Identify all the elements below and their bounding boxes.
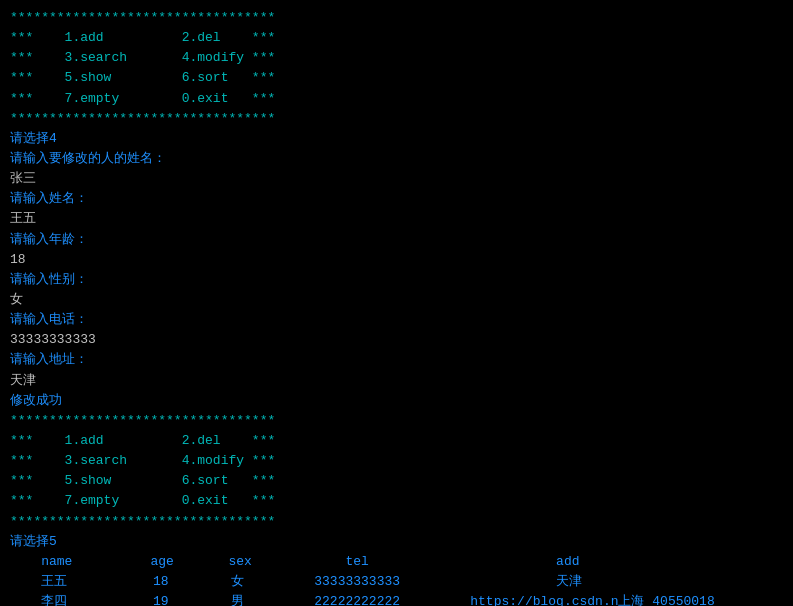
- terminal-line-sep3: **********************************: [10, 411, 783, 431]
- terminal-line-prompt8: 请选择5: [10, 532, 783, 552]
- terminal-line-prompt1: 请选择4: [10, 129, 783, 149]
- terminal-line-input3: 18: [10, 250, 783, 270]
- terminal-line-success: 修改成功: [10, 391, 783, 411]
- terminal-line-menu2-row3: *** 5.show 6.sort ***: [10, 471, 783, 491]
- terminal-line-input5: 33333333333: [10, 330, 783, 350]
- terminal-line-menu2-row1: *** 1.add 2.del ***: [10, 431, 783, 451]
- terminal-line-input6: 天津: [10, 371, 783, 391]
- terminal-line-table-row2: 李四 19 男 22222222222 https://blog.csdn.n上…: [10, 592, 783, 606]
- terminal-line-input4: 女: [10, 290, 783, 310]
- terminal-window: ************************************* 1.…: [0, 0, 793, 606]
- terminal-line-input2: 王五: [10, 209, 783, 229]
- terminal-line-table-row1: 王五 18 女 33333333333 天津: [10, 572, 783, 592]
- terminal-line-menu1-row4: *** 7.empty 0.exit ***: [10, 89, 783, 109]
- terminal-line-input1: 张三: [10, 169, 783, 189]
- terminal-line-prompt3: 请输入姓名：: [10, 189, 783, 209]
- terminal-line-sep4: **********************************: [10, 512, 783, 532]
- terminal-line-prompt6: 请输入电话：: [10, 310, 783, 330]
- terminal-line-sep2: **********************************: [10, 109, 783, 129]
- terminal-line-menu1-row3: *** 5.show 6.sort ***: [10, 68, 783, 88]
- terminal-line-sep1: **********************************: [10, 8, 783, 28]
- terminal-line-prompt2: 请输入要修改的人的姓名：: [10, 149, 783, 169]
- terminal-line-menu1-row2: *** 3.search 4.modify ***: [10, 48, 783, 68]
- output-lines: ************************************* 1.…: [10, 8, 783, 606]
- terminal-line-menu1-row1: *** 1.add 2.del ***: [10, 28, 783, 48]
- terminal-line-table-header: name age sex tel add: [10, 552, 783, 572]
- terminal-line-prompt5: 请输入性别：: [10, 270, 783, 290]
- terminal-line-menu2-row2: *** 3.search 4.modify ***: [10, 451, 783, 471]
- terminal-line-prompt7: 请输入地址：: [10, 350, 783, 370]
- terminal-line-menu2-row4: *** 7.empty 0.exit ***: [10, 491, 783, 511]
- terminal-line-prompt4: 请输入年龄：: [10, 230, 783, 250]
